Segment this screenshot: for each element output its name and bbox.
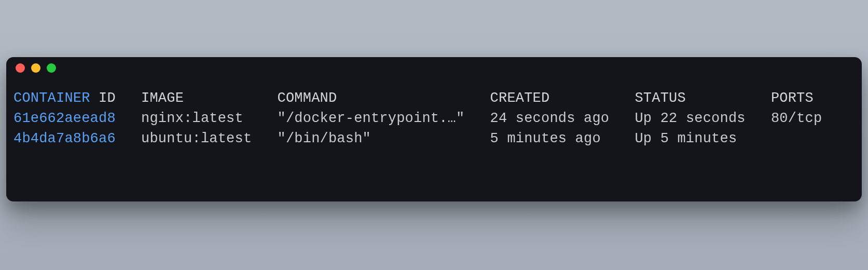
- cell-pad-id: [116, 111, 141, 126]
- col-header-status: STATUS: [635, 90, 685, 106]
- cell-pad-created: [601, 131, 635, 146]
- cell-image: nginx:latest: [141, 111, 243, 126]
- terminal-output[interactable]: CONTAINER ID IMAGE COMMAND CREATED STATU…: [6, 79, 862, 149]
- window-close-button[interactable]: [16, 63, 25, 73]
- col-pad-created: [549, 90, 635, 106]
- col-pad-status: [686, 90, 771, 106]
- cell-ports: 80/tcp: [771, 111, 822, 126]
- window-titlebar: [6, 57, 862, 79]
- cell-image: ubuntu:latest: [141, 131, 252, 146]
- col-pad-image: [184, 90, 277, 106]
- cell-pad-image: [243, 111, 278, 126]
- cell-command: "/bin/bash": [278, 131, 371, 146]
- cell-pad-image: [252, 131, 277, 146]
- cell-created: 5 minutes ago: [490, 131, 601, 146]
- cell-status: Up 5 minutes: [635, 131, 737, 146]
- terminal-window: CONTAINER ID IMAGE COMMAND CREATED STATU…: [6, 57, 862, 201]
- table-row: 61e662aeead8 nginx:latest "/docker-entry…: [13, 109, 855, 129]
- window-minimize-button[interactable]: [31, 63, 40, 73]
- cell-status: Up 22 seconds: [635, 111, 745, 126]
- col-header-image: IMAGE: [141, 90, 184, 106]
- col-header-created: CREATED: [490, 90, 550, 106]
- cell-pad-created: [609, 111, 635, 126]
- cell-container-id: 4b4da7a8b6a6: [13, 131, 116, 146]
- cell-pad-command: [464, 111, 490, 126]
- cell-pad-status: [746, 111, 771, 126]
- cell-pad-status: [737, 131, 771, 146]
- cell-pad-command: [371, 131, 490, 146]
- col-pad-id: [116, 90, 141, 106]
- cell-pad-id: [116, 131, 141, 146]
- table-header-row: CONTAINER ID IMAGE COMMAND CREATED STATU…: [13, 88, 855, 109]
- col-header-container: CONTAINER: [13, 90, 90, 106]
- col-pad-command: [337, 90, 490, 106]
- table-row: 4b4da7a8b6a6 ubuntu:latest "/bin/bash" 5…: [13, 129, 855, 149]
- cell-container-id: 61e662aeead8: [13, 111, 116, 126]
- col-header-id: ID: [99, 90, 116, 106]
- app-stage: CONTAINER ID IMAGE COMMAND CREATED STATU…: [0, 0, 868, 270]
- cell-created: 24 seconds ago: [490, 111, 610, 126]
- col-header-ports: PORTS: [771, 90, 814, 106]
- cell-command: "/docker-entrypoint.…": [278, 111, 465, 126]
- window-zoom-button[interactable]: [47, 63, 56, 73]
- col-header-command: COMMAND: [278, 90, 337, 106]
